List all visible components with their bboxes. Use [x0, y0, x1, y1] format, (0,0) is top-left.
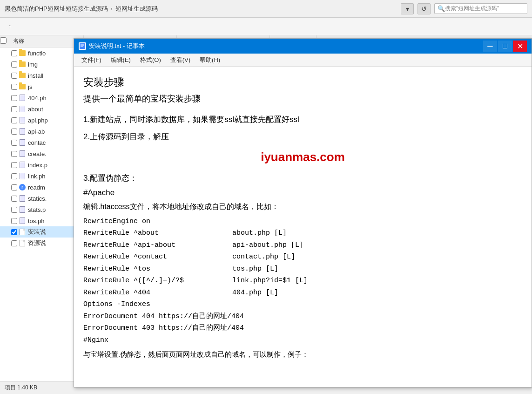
- minimize-btn[interactable]: ─: [483, 41, 497, 52]
- file-checkbox[interactable]: [11, 207, 17, 213]
- maximize-btn[interactable]: □: [498, 41, 512, 52]
- search-placeholder: 搜索"短网址生成源码": [445, 5, 499, 13]
- status-item-count: 项目 1.40 KB: [5, 384, 37, 392]
- notepad-titlebar: 安装说明.txt - 记事本 ─ □ ✕: [74, 39, 532, 54]
- list-item[interactable]: index.p: [0, 159, 74, 170]
- list-item[interactable]: api-ab: [0, 126, 74, 137]
- folder-icon: [19, 84, 26, 89]
- file-list: functio img install js 404.ph about api.…: [0, 48, 74, 371]
- list-item[interactable]: stats.p: [0, 204, 74, 215]
- file-checkbox[interactable]: [11, 73, 17, 79]
- file-checkbox[interactable]: [11, 151, 17, 157]
- file-name: install: [28, 72, 43, 79]
- notepad-content[interactable]: 安装步骤 提供一个最简单的宝塔安装步骤 1.新建站点，同时添加数据库，如果需要s…: [74, 67, 532, 387]
- file-name: statics.: [28, 195, 47, 202]
- file-name: js: [28, 83, 32, 90]
- search-box[interactable]: 🔍 搜索"短网址生成源码": [434, 3, 527, 14]
- list-item[interactable]: api.php: [0, 115, 74, 126]
- menu-help[interactable]: 帮助(H): [195, 55, 225, 65]
- folder-icon: [19, 73, 26, 78]
- checkbox-col-header: [0, 37, 9, 46]
- code-options: Options -Indexes: [83, 299, 522, 311]
- breadcrumb-part2[interactable]: 短网址生成源码: [115, 5, 158, 13]
- section-title: 安装步骤: [83, 74, 522, 90]
- list-item[interactable]: 404.ph: [0, 92, 74, 103]
- php-file-icon: [20, 106, 25, 112]
- code-rewrite-engine: RewriteEngine on: [83, 216, 522, 228]
- php-file-icon: [20, 150, 25, 157]
- file-checkbox[interactable]: [11, 129, 17, 135]
- list-item[interactable]: r readm: [0, 182, 74, 193]
- file-name: index.p: [28, 162, 47, 169]
- file-checkbox[interactable]: [11, 95, 17, 101]
- list-item[interactable]: install: [0, 70, 74, 81]
- php-file-icon: [20, 217, 25, 224]
- list-item[interactable]: contac: [0, 137, 74, 148]
- close-btn[interactable]: ✕: [513, 41, 527, 52]
- list-item[interactable]: link.ph: [0, 170, 74, 182]
- file-name: 资源说: [28, 239, 46, 247]
- file-checkbox[interactable]: [11, 117, 17, 123]
- file-checkbox[interactable]: [11, 229, 17, 235]
- list-item[interactable]: functio: [0, 48, 74, 59]
- step3-title: 3.配置伪静态：: [83, 172, 522, 184]
- code-nginx-title: #Nginx: [83, 334, 522, 346]
- file-checkbox[interactable]: [11, 184, 17, 190]
- menu-file[interactable]: 文件(F): [77, 55, 106, 65]
- readme-icon: r: [19, 184, 26, 190]
- sort-btn[interactable]: ↑: [5, 22, 15, 31]
- dropdown-btn[interactable]: ▾: [401, 3, 414, 14]
- php-file-icon: [20, 195, 25, 202]
- step3-desc: 编辑.htaccess文件，将本地地址修改成自己的域名，比如：: [83, 201, 522, 213]
- file-name: tos.ph: [28, 217, 44, 224]
- list-item-selected[interactable]: 安装说: [0, 226, 74, 238]
- list-item[interactable]: create.: [0, 148, 74, 159]
- php-file-icon: [20, 173, 25, 179]
- code-rule-about-target: about.php [L]: [232, 227, 287, 239]
- list-item[interactable]: 资源说: [0, 238, 74, 249]
- file-name: 404.ph: [28, 95, 47, 102]
- code-rule-api-about-target: api-about.php [L]: [232, 239, 303, 251]
- txt-file-icon: [20, 240, 25, 246]
- title-bar-controls: ▾ ↺ 🔍 搜索"短网址生成源码": [401, 3, 527, 14]
- step1-text: 1.新建站点，同时添加数据库，如果需要ssl就直接先配置好ssl: [83, 113, 522, 126]
- window-controls: ─ □ ✕: [483, 41, 527, 52]
- file-name: link.ph: [28, 173, 46, 180]
- file-checkbox[interactable]: [11, 106, 17, 112]
- file-checkbox[interactable]: [11, 50, 17, 56]
- breadcrumb-path: 黑色简洁的PHP短网址短链接生成源码 › 短网址生成源码: [5, 5, 401, 13]
- select-all-checkbox[interactable]: [0, 37, 7, 44]
- code-error-403: ErrorDocument 403 https://自己的网址/404: [83, 322, 522, 334]
- breadcrumb-sep: ›: [111, 5, 113, 12]
- list-item[interactable]: js: [0, 81, 74, 92]
- file-checkbox[interactable]: [11, 218, 17, 224]
- file-name: img: [28, 61, 38, 68]
- file-checkbox[interactable]: [11, 140, 17, 146]
- list-item[interactable]: statics.: [0, 193, 74, 204]
- code-error-404: ErrorDocument 404 https://自己的网址/404: [83, 311, 522, 323]
- section-subtitle: 提供一个最简单的宝塔安装步骤: [83, 92, 522, 106]
- code-rule-api-about-rule: RewriteRule ^api-about: [83, 239, 214, 251]
- menu-view[interactable]: 查看(V): [166, 55, 195, 65]
- step2-text: 2.上传源码到目录，解压: [83, 130, 522, 143]
- file-checkbox[interactable]: [11, 84, 17, 90]
- file-checkbox[interactable]: [11, 173, 17, 179]
- file-name: 安装说: [28, 228, 46, 236]
- file-checkbox[interactable]: [11, 162, 17, 168]
- refresh-btn[interactable]: ↺: [418, 3, 431, 14]
- col-header-name[interactable]: 名称: [9, 35, 84, 47]
- file-checkbox[interactable]: [11, 240, 17, 246]
- list-item[interactable]: img: [0, 59, 74, 70]
- code-rule-link-rule: RewriteRule ^([^/.]+)/?$: [83, 275, 214, 287]
- breadcrumb-part1[interactable]: 黑色简洁的PHP短网址短链接生成源码: [5, 5, 108, 13]
- notepad-title: 安装说明.txt - 记事本: [89, 42, 483, 50]
- menu-format[interactable]: 格式(O): [135, 55, 166, 65]
- list-item[interactable]: about: [0, 103, 74, 115]
- file-checkbox[interactable]: [11, 196, 17, 202]
- php-file-icon: [20, 139, 25, 146]
- list-item[interactable]: tos.ph: [0, 215, 74, 226]
- menu-edit[interactable]: 编辑(E): [106, 55, 135, 65]
- code-rule-404: RewriteRule ^404 404.php [L]: [83, 287, 522, 299]
- file-name: stats.p: [28, 206, 46, 213]
- file-checkbox[interactable]: [11, 61, 17, 68]
